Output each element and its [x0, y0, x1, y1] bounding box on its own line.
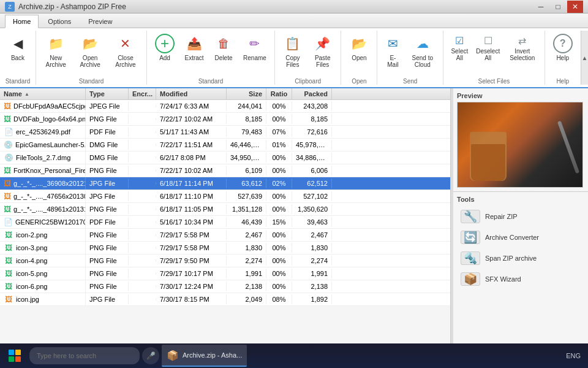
ribbon-tabs: Home Options Preview	[0, 13, 588, 28]
logo-q4	[15, 356, 21, 362]
file-ratio-cell: 07%	[266, 127, 292, 137]
tool-icon-repair-zip: 🔧	[461, 210, 480, 223]
help-button[interactable]: ? Help	[549, 31, 577, 64]
file-list-scroll[interactable]: 🖼 DFcbUFpdA9aAEC5cjpg-lage... JPEG File …	[0, 100, 450, 353]
file-encr-cell	[129, 169, 156, 172]
table-row[interactable]: 💿 EpicGamesLauncher-5.01-3... DMG File 7…	[0, 139, 450, 151]
ribbon-archive-items: 📁 New Archive 📂 Open Archive ✕ Close Arc…	[40, 31, 143, 77]
table-row[interactable]: 🖼 icon.jpg JPG File 7/30/17 8:15 PM 2,04…	[0, 293, 450, 306]
taskbar-search-input[interactable]	[29, 347, 140, 364]
table-row[interactable]: 🖼 DFcbUFpdA9aAEC5cjpg-lage... JPEG File …	[0, 100, 450, 113]
col-header-modified[interactable]: Modified	[156, 88, 227, 99]
taskbar: 🎤 📦 Archive.zip - Asha... ENG	[0, 343, 588, 368]
table-row[interactable]: 📄 erc_42536249.pdf PDF File 5/1/17 11:43…	[0, 126, 450, 139]
tool-item-archive-converter[interactable]: 🔄 Archive Converter	[457, 228, 584, 247]
back-button[interactable]: ◀ Back	[4, 31, 32, 64]
table-row[interactable]: 🖼 icon-3.png PNG File 7/29/17 5:58 PM 1,…	[0, 242, 450, 255]
email-icon: ✉	[383, 34, 402, 53]
ribbon-open-items: 📂 Open	[345, 31, 373, 77]
file-ratio-cell: 00%	[266, 153, 292, 163]
col-header-size[interactable]: Size	[227, 88, 266, 99]
file-type-icon: 🖼	[4, 204, 11, 214]
col-header-encr[interactable]: Encr...	[129, 88, 156, 99]
table-row[interactable]: 🖼 g_-_*-_...._48961x20131031... PNG File…	[0, 203, 450, 216]
close-button[interactable]: ✕	[567, 1, 583, 13]
col-header-ratio[interactable]: Ratio	[266, 88, 292, 99]
paste-files-button[interactable]: 📌 Paste Files	[308, 31, 337, 71]
deselect-all-icon: ☐	[481, 33, 496, 48]
preview-liquid	[471, 144, 505, 181]
email-button[interactable]: ✉ E-Mail	[381, 31, 404, 71]
ribbon-group-select: ☑ Select All ☐ Deselect All ⇄ Invert Sel…	[443, 31, 545, 85]
new-archive-button[interactable]: 📁 New Archive	[40, 31, 72, 71]
maximize-button[interactable]: □	[550, 1, 566, 13]
tool-icon-span-zip: 🔩	[461, 251, 480, 265]
main-area: Name ▲ Type Encr... Modified Size Ratio …	[0, 88, 588, 353]
tool-item-repair-zip[interactable]: 🔧 Repair ZIP	[457, 207, 584, 226]
col-header-name[interactable]: Name ▲	[0, 88, 86, 99]
ribbon-collapse-button[interactable]: ▲	[581, 31, 588, 85]
file-type-cell: PNG File	[86, 243, 129, 253]
table-row[interactable]: 🖼 icon-2.png PNG File 7/29/17 5:58 PM 2,…	[0, 229, 450, 242]
ribbon-group-edit: + Add 📤 Extract 🗑 Delete ✏ Rename Standa…	[147, 31, 275, 85]
open-archive-button[interactable]: 📂 Open Archive	[73, 31, 107, 71]
file-size-cell: 2,138	[227, 282, 266, 291]
table-row[interactable]: 🖼 icon-5.png PNG File 7/29/17 10:17 PM 1…	[0, 267, 450, 280]
ribbon-clipboard-label: Clipboard	[295, 78, 321, 85]
open-file-button[interactable]: 📂 Open	[345, 31, 373, 64]
delete-button[interactable]: 🗑 Delete	[209, 31, 238, 64]
tool-label-sfx-wizard: SFX Wizard	[485, 275, 521, 283]
invert-selection-button[interactable]: ⇄ Invert Selection	[504, 31, 541, 64]
deselect-all-button[interactable]: ☐ Deselect All	[473, 31, 503, 64]
tab-options[interactable]: Options	[40, 15, 79, 28]
table-row[interactable]: 🖼 icon-6.png PNG File 7/30/17 12:24 PM 2…	[0, 280, 450, 293]
file-type-cell: PNG File	[86, 166, 129, 175]
send-cloud-icon: ☁	[413, 34, 432, 53]
ribbon-standard-label2: Standard	[79, 78, 104, 85]
taskbar-mic-button[interactable]: 🎤	[142, 347, 159, 364]
file-packed-cell: 1,830	[292, 243, 332, 253]
table-row[interactable]: 🖼 g_-_*-_...._47656x20130912... JPG File…	[0, 190, 450, 203]
table-row[interactable]: 🖼 FortKnox_Personal_Firewall-6... PNG Fi…	[0, 164, 450, 177]
minimize-button[interactable]: ─	[533, 1, 549, 13]
ribbon-select-label: Select Files	[478, 78, 510, 85]
close-archive-button[interactable]: ✕ Close Archive	[108, 31, 143, 71]
table-row[interactable]: 🖼 icon-4.png PNG File 7/29/17 9:50 PM 2,…	[0, 255, 450, 267]
copy-files-icon: 📋	[283, 34, 303, 53]
add-button[interactable]: + Add	[151, 31, 179, 64]
file-ratio-cell: 08%	[266, 294, 292, 304]
file-modified-cell: 6/2/17 8:08 PM	[156, 153, 227, 163]
file-name: EpicGamesLauncher-5.01-3...	[15, 141, 86, 148]
extract-button[interactable]: 📤 Extract	[180, 31, 208, 64]
table-row[interactable]: 💿 FileTools_2.7.dmg DMG File 6/2/17 8:08…	[0, 151, 450, 164]
file-name: icon-5.png	[16, 270, 47, 277]
select-all-button[interactable]: ☑ Select All	[447, 31, 472, 64]
taskbar-lang: ENG	[566, 352, 581, 359]
tool-item-sfx-wizard[interactable]: 📦 SFX Wizard	[457, 269, 584, 289]
file-size-cell: 2,467	[227, 230, 266, 240]
table-row[interactable]: 🖼 g_-_*-_...._36908x20121023... JPG File…	[0, 177, 450, 190]
file-ratio-cell: 00%	[266, 230, 292, 240]
file-name-cell: 🖼 icon-6.png	[0, 280, 86, 293]
file-name: icon-6.png	[16, 283, 47, 290]
copy-files-button[interactable]: 📋 Copy Files	[279, 31, 307, 71]
rename-button[interactable]: ✏ Rename	[239, 31, 271, 64]
table-row[interactable]: 📄 GENERIC25BW12017051600... PDF File 5/1…	[0, 216, 450, 229]
col-header-packed[interactable]: Packed	[292, 88, 332, 99]
file-type-icon: 🖼	[4, 230, 13, 240]
tool-item-span-zip[interactable]: 🔩 Span ZIP archive	[457, 248, 584, 268]
tab-home[interactable]: Home	[5, 15, 39, 28]
file-name: icon-4.png	[16, 257, 47, 264]
file-encr-cell	[129, 131, 156, 133]
file-name-cell: 🖼 g_-_*-_...._48961x20131031...	[0, 203, 86, 215]
file-packed-cell: 2,274	[292, 256, 332, 266]
table-row[interactable]: 🖼 DVDFab_logo-64x64.png PNG File 7/22/17…	[0, 113, 450, 126]
start-button[interactable]	[2, 345, 27, 367]
file-type-icon: 🖼	[4, 166, 11, 175]
col-header-type[interactable]: Type	[86, 88, 129, 99]
file-type-cell: JPG File	[86, 191, 129, 201]
tab-preview[interactable]: Preview	[80, 15, 120, 28]
taskbar-app-archive[interactable]: 📦 Archive.zip - Asha...	[162, 345, 247, 367]
file-encr-cell	[129, 118, 156, 120]
send-cloud-button[interactable]: ☁ Send to Cloud	[405, 31, 439, 71]
